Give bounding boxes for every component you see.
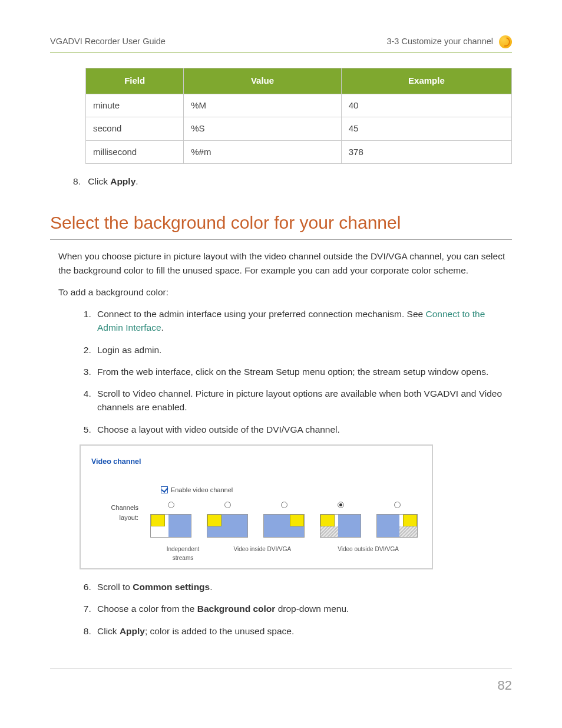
- group-label-inside: Video inside DVI/VGA: [209, 545, 315, 562]
- step-text-prefix: Scroll to: [97, 582, 133, 592]
- cell-value: %S: [184, 117, 342, 141]
- layout-thumb-inside-2: [263, 514, 305, 538]
- step-text-suffix: ; color is added to the unused space.: [145, 626, 294, 636]
- step-item: Scroll to Common settings.: [94, 580, 512, 594]
- layout-thumb-inside-1: [207, 514, 248, 538]
- step-number: 8.: [67, 174, 81, 188]
- step-item: Choose a color from the Background color…: [94, 602, 512, 615]
- cell-value: %M: [184, 94, 342, 117]
- layout-radio-inside-2[interactable]: [281, 502, 287, 508]
- layout-thumb-outside-1: [320, 514, 361, 538]
- step-text-prefix: Click: [88, 176, 110, 186]
- intro-paragraph: When you choose picture in picture layou…: [58, 249, 512, 277]
- layout-radio-inside-1[interactable]: [224, 502, 231, 508]
- panel-title: Video channel: [91, 456, 421, 467]
- enable-video-checkbox[interactable]: [161, 486, 168, 493]
- guide-title: VGADVI Recorder User Guide: [50, 35, 166, 48]
- layout-thumb-independent: [150, 514, 191, 538]
- step-text-suffix: .: [210, 582, 212, 592]
- cell-example: 40: [341, 94, 511, 117]
- step-text-bold: Apply: [110, 176, 135, 186]
- th-value: Value: [184, 68, 342, 94]
- group-label-independent: Independent streams: [157, 545, 210, 562]
- section-heading: Select the background color for your cha…: [50, 209, 512, 240]
- layouts-label: Channels layout:: [91, 502, 147, 522]
- cell-field: second: [86, 117, 184, 141]
- format-codes-table: Field Value Example minute %M 40 second …: [85, 68, 512, 164]
- section-breadcrumb: 3-3 Customize your channel: [386, 35, 493, 48]
- step-text-suffix: drop-down menu.: [275, 604, 349, 614]
- step-item: Connect to the admin interface using you…: [94, 307, 512, 335]
- layout-radio-outside-1[interactable]: [338, 502, 344, 508]
- step-text-prefix: Connect to the admin interface using you…: [97, 309, 425, 319]
- layout-radio-outside-2[interactable]: [394, 502, 401, 508]
- enable-video-label: Enable video channel: [171, 485, 233, 495]
- step-text-prefix: Choose a color from the: [97, 604, 197, 614]
- step-text-prefix: Click: [97, 626, 120, 636]
- intro-lead: To add a background color:: [58, 285, 512, 299]
- group-label-outside: Video outside DVI/VGA: [315, 545, 421, 562]
- cell-value: %#m: [184, 140, 342, 164]
- cell-example: 378: [341, 140, 511, 164]
- table-row: second %S 45: [86, 117, 512, 141]
- step-text-suffix: .: [135, 176, 138, 186]
- step-text-suffix: .: [161, 322, 164, 332]
- step-text-bold: Apply: [120, 626, 145, 636]
- video-channel-panel: Video channel Enable video channel Chann…: [80, 444, 433, 569]
- th-example: Example: [341, 68, 511, 94]
- table-row: millisecond %#m 378: [86, 140, 512, 164]
- step-text-bold: Common settings: [133, 582, 210, 592]
- th-field: Field: [86, 68, 184, 94]
- step-item: Choose a layout with video outside of th…: [94, 423, 512, 436]
- step-item: Scroll to Video channel. Picture in pict…: [94, 387, 512, 414]
- step-text-bold: Background color: [197, 604, 276, 614]
- step-8-continue: 8. Click Apply.: [67, 174, 512, 188]
- brand-logo-icon: [499, 35, 512, 48]
- cell-example: 45: [341, 117, 511, 141]
- layout-thumb-outside-2: [376, 514, 418, 538]
- page-header: VGADVI Recorder User Guide 3-3 Customize…: [50, 35, 512, 52]
- footer-divider: [50, 668, 512, 669]
- page-number: 82: [498, 676, 512, 695]
- table-row: minute %M 40: [86, 94, 512, 117]
- step-item: From the web interface, click on the Str…: [94, 365, 512, 378]
- cell-field: minute: [86, 94, 184, 117]
- cell-field: millisecond: [86, 140, 184, 164]
- layout-radio-independent[interactable]: [168, 502, 174, 508]
- step-item: Click Apply; color is added to the unuse…: [94, 624, 512, 638]
- step-item: Login as admin.: [94, 343, 512, 357]
